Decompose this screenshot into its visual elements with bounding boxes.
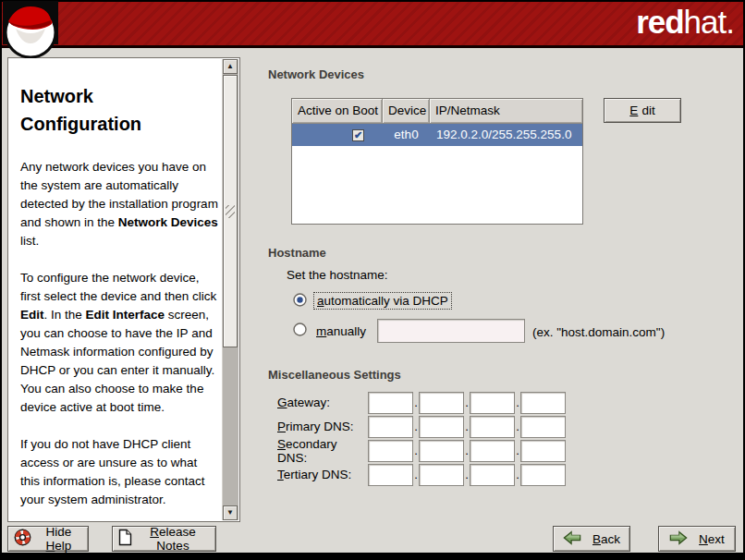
life-buoy-help-icon xyxy=(14,529,31,549)
primary-dns-octet-4[interactable] xyxy=(520,416,566,438)
hostname-example-hint: (ex. "host.domain.com") xyxy=(532,325,665,339)
active-on-boot-cell: ✔ xyxy=(292,124,383,146)
secondary-dns-row: Secondary DNS: ... xyxy=(277,439,566,462)
radio-unselected-icon[interactable] xyxy=(293,323,307,339)
hostname-auto-option[interactable]: automatically via DHCP xyxy=(293,292,452,310)
gateway-octet-1[interactable] xyxy=(368,392,413,414)
gateway-octet-2[interactable] xyxy=(419,392,464,414)
tertiary-dns-label: Tertiary DNS: xyxy=(277,468,368,481)
brand-hat: hat xyxy=(684,4,727,40)
device-cell: eth0 xyxy=(383,124,430,146)
brand-red: red xyxy=(636,4,683,40)
tertiary-dns-octet-1[interactable] xyxy=(368,464,413,486)
radio-selected-icon[interactable] xyxy=(293,293,307,310)
secondary-dns-octet-3[interactable] xyxy=(470,440,515,462)
release-notes-label: Release Notes xyxy=(136,525,210,553)
tertiary-dns-row: Tertiary DNS: ... xyxy=(277,463,566,486)
release-notes-button[interactable]: Release Notes xyxy=(112,526,216,552)
brand-dot: . xyxy=(726,4,734,40)
primary-dns-octet-2[interactable] xyxy=(419,416,464,438)
primary-dns-octet-1[interactable] xyxy=(368,416,413,438)
next-label: Next xyxy=(699,532,725,546)
hide-help-button[interactable]: Hide Help xyxy=(7,526,89,552)
network-devices-table: Active on Boot Device IP/Netmask ✔ eth0 … xyxy=(291,98,583,225)
window-bottom-border xyxy=(0,553,745,560)
primary-dns-row: Primary DNS: ... xyxy=(277,415,566,438)
secondary-dns-octet-1[interactable] xyxy=(368,440,413,462)
gateway-octet-4[interactable] xyxy=(520,392,566,414)
network-devices-section-label: Network Devices xyxy=(268,67,364,81)
secondary-dns-label: Secondary DNS: xyxy=(277,437,368,465)
scrollbar-grip xyxy=(226,205,235,218)
hostname-manual-option[interactable]: manually xyxy=(293,323,369,339)
secondary-dns-octet-4[interactable] xyxy=(520,440,566,462)
hostname-section-label: Hostname xyxy=(268,246,326,260)
table-row[interactable]: ✔ eth0 192.0.2.0/255.255.255.0 xyxy=(292,124,582,146)
table-header-row: Active on Boot Device IP/Netmask xyxy=(292,99,582,124)
misc-settings-section-label: Miscellaneous Settings xyxy=(268,368,401,382)
scroll-up-icon[interactable]: ▲ xyxy=(223,59,238,74)
active-on-boot-checkbox[interactable]: ✔ xyxy=(352,129,364,141)
tertiary-dns-octet-2[interactable] xyxy=(419,464,464,486)
help-title: Network Configuration xyxy=(20,82,218,138)
tertiary-dns-octet-4[interactable] xyxy=(520,464,566,486)
gateway-label: Gateway: xyxy=(277,396,368,409)
back-arrow-icon xyxy=(563,530,581,548)
gateway-row: Gateway: ... xyxy=(277,391,566,414)
secondary-dns-octet-2[interactable] xyxy=(419,440,464,462)
tertiary-dns-octet-3[interactable] xyxy=(470,464,515,486)
help-text: Network Configuration Any network device… xyxy=(8,58,222,521)
scroll-down-icon[interactable]: ▼ xyxy=(223,505,238,520)
edit-button[interactable]: Edit xyxy=(604,98,681,123)
help-scrollbar[interactable]: ▲ ▼ xyxy=(222,59,238,520)
redhat-wordmark: redhat. xyxy=(636,4,734,41)
column-header-ip-netmask[interactable]: IP/Netmask xyxy=(430,99,582,124)
help-paragraph: If you do not have DHCP client access or… xyxy=(20,435,218,509)
network-configuration-screen: { "brand": {"bold": "red", "rest": "hat"… xyxy=(0,0,745,560)
primary-dns-octet-3[interactable] xyxy=(470,416,515,438)
scrollbar-thumb[interactable] xyxy=(223,75,238,347)
back-label: Back xyxy=(592,532,620,546)
hide-help-label: Hide Help xyxy=(35,525,82,553)
help-paragraph: Any network devices you have on the syst… xyxy=(20,158,218,250)
hostname-manual-input[interactable] xyxy=(377,319,525,343)
hostname-auto-label[interactable]: automatically via DHCP xyxy=(313,292,452,310)
hostname-manual-label[interactable]: manually xyxy=(313,323,369,339)
column-header-active-on-boot[interactable]: Active on Boot xyxy=(292,99,383,124)
help-paragraph: To configure the network device, first s… xyxy=(20,269,218,417)
back-button[interactable]: Back xyxy=(553,526,630,552)
column-header-device[interactable]: Device xyxy=(383,99,430,124)
gateway-octet-3[interactable] xyxy=(470,392,515,414)
top-banner xyxy=(2,2,743,48)
next-button[interactable]: Next xyxy=(658,526,736,552)
set-hostname-prompt: Set the hostname: xyxy=(287,268,388,282)
document-page-icon xyxy=(118,529,132,549)
misc-settings-grid: Gateway: ... Primary DNS: ... Secondary … xyxy=(277,391,566,487)
next-arrow-icon xyxy=(669,530,688,548)
ip-netmask-cell: 192.0.2.0/255.255.255.0 xyxy=(430,124,582,146)
primary-dns-label: Primary DNS: xyxy=(277,420,368,433)
redhat-shadowman-logo-icon xyxy=(3,1,62,62)
help-panel: Network Configuration Any network device… xyxy=(7,57,240,522)
